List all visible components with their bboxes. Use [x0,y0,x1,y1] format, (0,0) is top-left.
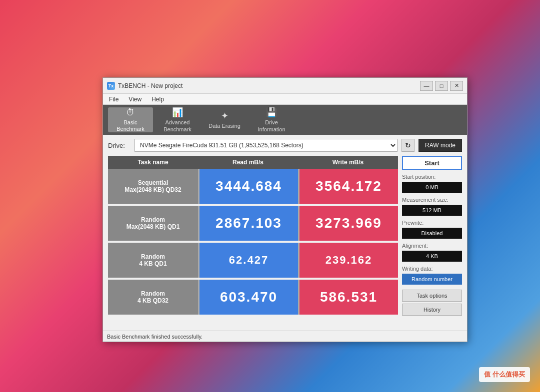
task-name-sequential: Sequential Max(2048 KB) QD32 [108,169,198,204]
menu-bar: File View Help [103,94,467,105]
start-position-label: Start position: [402,174,462,180]
prewrite-value: Disabled [402,228,462,239]
task-name-random-qd1: Random Max(2048 KB) QD1 [108,206,198,241]
status-message: Basic Benchmark finished successfully. [107,334,202,340]
title-bar-left: Tx TxBENCH - New project [107,82,182,90]
read-value-random-4kb-qd32: 603.470 [198,280,298,315]
raw-mode-button[interactable]: RAW mode [418,139,462,152]
measurement-size-value: 512 MB [402,205,462,216]
start-position-value: 0 MB [402,182,462,193]
status-bar: Basic Benchmark finished successfully. [103,331,467,342]
measurement-size-label: Measurement size: [402,197,462,203]
drive-label: Drive: [108,142,130,149]
table-header: Task name Read mB/s Write mB/s [108,156,398,169]
task-options-button[interactable]: Task options [402,290,462,302]
basic-benchmark-icon: ⏱ [126,107,135,118]
advanced-benchmark-label: Advanced Benchmark [164,119,192,132]
title-bar-controls: — □ ✕ [420,81,463,91]
prewrite-label: Prewrite: [402,220,462,226]
title-bar: Tx TxBENCH - New project — □ ✕ [103,78,467,94]
benchmark-table: Task name Read mB/s Write mB/s Sequentia… [108,156,398,317]
menu-help[interactable]: Help [148,95,168,104]
header-read: Read mB/s [198,156,298,169]
task-name-random-4kb-qd1: Random 4 KB QD1 [108,243,198,278]
task-name-random-4kb-qd32: Random 4 KB QD32 [108,280,198,315]
advanced-benchmark-icon: 📊 [172,107,183,118]
data-erasing-icon: ✦ [221,110,228,121]
write-value-random-4kb-qd1: 239.162 [298,243,398,278]
app-icon: Tx [107,82,115,90]
window-title: TxBENCH - New project [118,82,182,89]
watermark: 值 什么值得买 [479,367,530,382]
toolbar-basic-benchmark[interactable]: ⏱ Basic Benchmark [108,107,153,132]
write-value-sequential: 3564.172 [298,169,398,204]
table-row: Random 4 KB QD1 62.427 239.162 [108,243,398,278]
close-button[interactable]: ✕ [450,81,463,91]
read-value-sequential: 3444.684 [198,169,298,204]
maximize-button[interactable]: □ [435,81,448,91]
table-row: Random Max(2048 KB) QD1 2867.103 3273.96… [108,206,398,241]
menu-file[interactable]: File [105,95,122,104]
drive-info-icon: 💾 [266,107,277,118]
table-row: Random 4 KB QD32 603.470 586.531 [108,280,398,315]
start-button[interactable]: Start [402,156,462,170]
read-value-random-qd1: 2867.103 [198,206,298,241]
side-panel: Start Start position: 0 MB Measurement s… [402,156,462,317]
alignment-label: Alignment: [402,243,462,249]
writing-data-label: Writing data: [402,266,462,272]
drive-info-label: Drive Information [258,119,285,132]
drive-row: Drive: NVMe Seagate FireCuda 931.51 GB (… [108,139,462,152]
toolbar-advanced-benchmark[interactable]: 📊 Advanced Benchmark [155,107,200,132]
write-value-random-4kb-qd32: 586.531 [298,280,398,315]
write-value-random-qd1: 3273.969 [298,206,398,241]
table-row: Sequential Max(2048 KB) QD32 3444.684 35… [108,169,398,204]
watermark-text: 值 什么值得买 [484,370,525,379]
history-button[interactable]: History [402,304,462,316]
read-value-random-4kb-qd1: 62.427 [198,243,298,278]
toolbar-data-erasing[interactable]: ✦ Data Erasing [202,107,247,132]
minimize-button[interactable]: — [420,81,433,91]
toolbar: ⏱ Basic Benchmark 📊 Advanced Benchmark ✦… [103,105,467,135]
main-window: Tx TxBENCH - New project — □ ✕ File View… [102,77,468,342]
basic-benchmark-label: Basic Benchmark [116,119,144,132]
menu-view[interactable]: View [124,95,146,104]
drive-refresh-button[interactable]: ↻ [402,139,414,152]
header-write: Write mB/s [298,156,398,169]
alignment-value: 4 KB [402,251,462,262]
content-area: Drive: NVMe Seagate FireCuda 931.51 GB (… [103,135,467,321]
writing-data-value[interactable]: Random number [402,274,462,285]
drive-select[interactable]: NVMe Seagate FireCuda 931.51 GB (1,953,5… [134,139,398,152]
data-erasing-label: Data Erasing [208,123,240,129]
header-task-name: Task name [108,156,198,169]
toolbar-drive-information[interactable]: 💾 Drive Information [249,107,294,132]
main-layout: Task name Read mB/s Write mB/s Sequentia… [108,156,462,317]
